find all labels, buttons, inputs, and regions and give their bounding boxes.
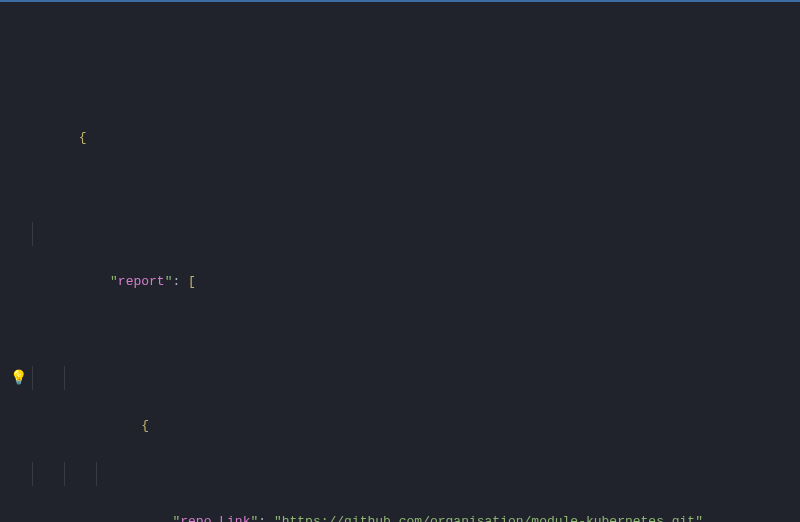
bracket-open: [ bbox=[188, 274, 196, 289]
comma: , bbox=[703, 514, 711, 522]
quote: " bbox=[110, 274, 118, 289]
tab-active-indicator bbox=[0, 0, 800, 2]
code-line: { bbox=[32, 102, 800, 126]
repo-link-url[interactable]: https://github.com/organisation/module-k… bbox=[282, 514, 695, 522]
code-area[interactable]: { "report": [ { "repo_Link": "https://gi… bbox=[32, 4, 800, 522]
code-line: "repo_Link": "https://github.com/organis… bbox=[32, 462, 800, 486]
code-line: { bbox=[32, 366, 800, 390]
quote: " bbox=[695, 514, 703, 522]
quote: " bbox=[274, 514, 282, 522]
brace-open: { bbox=[141, 418, 149, 433]
json-key-report: report bbox=[118, 274, 165, 289]
brace-open: { bbox=[79, 130, 87, 145]
colon: : bbox=[172, 274, 188, 289]
code-editor[interactable]: 💡 { "report": [ { "repo_Link": "https://… bbox=[0, 0, 800, 522]
json-key-repo-link: repo_Link bbox=[180, 514, 250, 522]
editor-gutter: 💡 bbox=[0, 4, 32, 522]
code-line: "report": [ bbox=[32, 222, 800, 246]
lightbulb-icon[interactable]: 💡 bbox=[10, 366, 27, 390]
colon: : bbox=[258, 514, 274, 522]
